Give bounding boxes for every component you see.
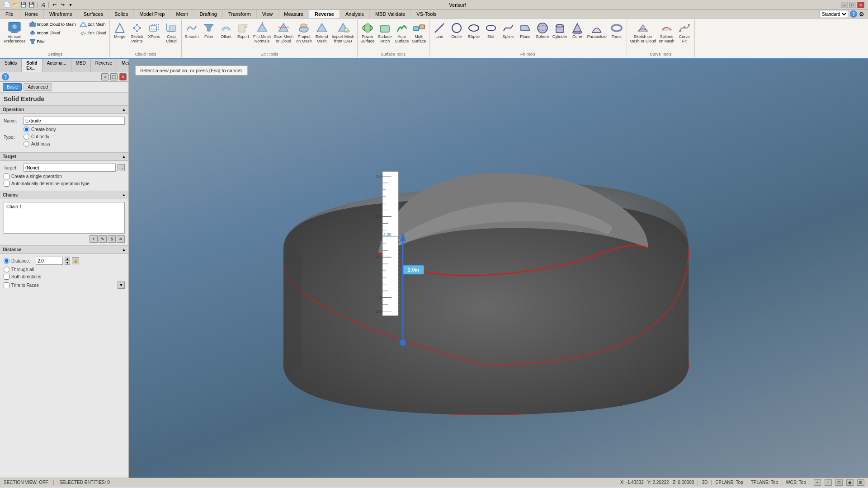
smooth-button[interactable]: Smooth (184, 20, 200, 40)
tab-mesh[interactable]: Mesh (170, 10, 194, 18)
slice-mesh-button[interactable]: Slice Meshor Cloud (273, 20, 294, 45)
chain-add-button[interactable]: + (90, 235, 98, 243)
open-icon[interactable]: 📂 (12, 1, 19, 9)
tab-analysis[interactable]: Analysis (340, 10, 370, 18)
panel-close-button[interactable]: ✕ (119, 73, 127, 80)
undo-icon[interactable]: ↩ (51, 1, 58, 9)
panel-minimize-button[interactable]: ○ (101, 73, 108, 80)
import-cloud-button[interactable]: Import Cloud (28, 29, 77, 37)
power-surface-button[interactable]: PowerSurface (359, 20, 376, 45)
plane-button[interactable]: Plane (517, 20, 533, 40)
distance-section-header[interactable]: Distance ▲ (0, 245, 128, 254)
settings-icon[interactable]: ⚙ (859, 11, 864, 18)
splines-on-mesh-button[interactable]: Splineson Mesh (658, 20, 675, 45)
circle-button[interactable]: Circle (448, 20, 465, 40)
export-button[interactable]: Export (235, 20, 251, 40)
chain-edit-button[interactable]: ✎ (99, 235, 107, 243)
verisurf-prefs-button[interactable]: VerisurfPreferences (3, 20, 27, 45)
distance-spin-down[interactable]: ▼ (65, 261, 70, 265)
extend-mesh-button[interactable]: ExtendMesh (314, 20, 330, 45)
ellipse-button[interactable]: Ellipse (466, 20, 482, 40)
filter2-button[interactable]: Filter (201, 20, 217, 40)
cone-button[interactable]: Cone (569, 20, 585, 40)
through-all-radio[interactable] (4, 267, 9, 272)
tab-mbdvalidate[interactable]: MBD Validate (370, 10, 411, 18)
chain-copy-button[interactable]: ⎘ (108, 235, 116, 243)
spline-button[interactable]: Spline (500, 20, 516, 40)
status-icon-1[interactable]: ◉ (846, 479, 854, 486)
zoom-in-button[interactable]: + (814, 479, 821, 486)
filter-button[interactable]: Filter (28, 38, 77, 46)
save-icon[interactable]: 💾 (20, 1, 27, 9)
trim-to-faces-checkbox[interactable] (4, 282, 9, 288)
zoom-fit-button[interactable]: ⊡ (835, 479, 843, 486)
maximize-button[interactable]: □ (849, 2, 856, 8)
tab-view[interactable]: View (257, 10, 279, 18)
print-icon[interactable]: 🖨 (39, 1, 47, 9)
chains-section-header[interactable]: Chains ▲ (0, 191, 128, 199)
tab-transform[interactable]: Transform (223, 10, 257, 18)
target-section-header[interactable]: Target ▲ (0, 152, 128, 161)
paraboloid-button[interactable]: Paraboloid (586, 20, 608, 40)
tab-wireframe[interactable]: Wireframe (44, 10, 78, 18)
edit-mesh-button[interactable]: Edit Mesh (78, 20, 108, 28)
tab-surfaces[interactable]: Surfaces (78, 10, 109, 18)
tab-drafting[interactable]: Drafting (194, 10, 223, 18)
chain-delete-button[interactable]: ✕ (117, 235, 125, 243)
panel-tab-solid-ex[interactable]: Solid Ex... (22, 59, 42, 72)
distance-spin-up[interactable]: ▲ (65, 257, 70, 261)
tab-vstools[interactable]: VS-Tools (411, 10, 442, 18)
status-icon-2[interactable]: ⊞ (857, 479, 864, 486)
auto-surface-button[interactable]: AutoSurface (394, 20, 410, 45)
tab-reverse[interactable]: Reverse (309, 10, 340, 18)
minimize-button[interactable]: ─ (841, 2, 848, 8)
merge-button[interactable]: Merge (112, 20, 128, 40)
crop-cloud-button[interactable]: CropCloud (163, 20, 179, 45)
project-mesh-button[interactable]: Projecton Mesh (295, 20, 313, 45)
cylinder-button[interactable]: Cylinder (552, 20, 568, 40)
create-body-radio[interactable] (24, 127, 29, 132)
help-icon[interactable]: ? (850, 10, 857, 18)
save-as-icon[interactable]: 💾 (28, 1, 35, 9)
tab-file[interactable]: File (0, 10, 19, 18)
tab-home[interactable]: Home (19, 10, 44, 18)
panel-tab-automa[interactable]: Automa... (42, 59, 71, 72)
sketch-points-button[interactable]: SketchPoints (129, 20, 145, 45)
add-boss-radio[interactable] (24, 141, 29, 147)
name-input[interactable] (24, 117, 125, 125)
xform-button[interactable]: XForm (146, 20, 162, 40)
panel-tab-basic[interactable]: Basic (3, 83, 22, 91)
tab-solids[interactable]: Solids (109, 10, 134, 18)
close-button[interactable]: ✕ (857, 2, 864, 8)
line-button[interactable]: Line (431, 20, 448, 40)
new-icon[interactable]: 📄 (4, 1, 11, 9)
panel-tab-advanced[interactable]: Advanced (24, 83, 52, 91)
create-single-checkbox[interactable] (4, 174, 9, 179)
sketch-on-mesh-button[interactable]: Sketch onMesh or Cloud (629, 20, 657, 45)
sphere-button[interactable]: Sphere (534, 20, 551, 40)
panel-tab-solids[interactable]: Solids (0, 59, 22, 72)
panel-tab-reverse[interactable]: Reverse (91, 59, 117, 72)
torus-button[interactable]: Torus (609, 20, 625, 40)
distance-radio[interactable] (4, 258, 9, 264)
target-input[interactable] (24, 164, 116, 172)
distance-input[interactable] (36, 257, 63, 265)
import-cloud-mesh-button[interactable]: Import Cloud to Mesh (28, 20, 77, 28)
target-browse-button[interactable]: … (118, 164, 125, 171)
panel-tab-mbd[interactable]: MBD (71, 59, 91, 72)
slot-button[interactable]: Slot (483, 20, 499, 40)
import-mesh-cad-button[interactable]: CAD Import Meshfrom CAD (331, 20, 355, 45)
multi-surface-button[interactable]: MultiSurface (411, 20, 427, 45)
offset-button[interactable]: Offset (218, 20, 234, 40)
operation-section-header[interactable]: Operation ▲ (0, 105, 128, 114)
view-preset-select[interactable]: Standard (820, 10, 848, 18)
cut-body-radio[interactable] (24, 134, 29, 140)
both-directions-checkbox[interactable] (4, 274, 9, 280)
customize-icon[interactable]: ▼ (67, 1, 74, 9)
flip-mesh-normals-button[interactable]: Flip MeshNormals (252, 20, 272, 45)
redo-icon[interactable]: ↪ (59, 1, 66, 9)
edit-cloud-button[interactable]: Edit Cloud (78, 29, 108, 37)
auto-determine-checkbox[interactable] (4, 181, 9, 187)
distance-lock-button[interactable]: 🔒 (72, 257, 79, 264)
zoom-out-button[interactable]: − (825, 479, 832, 486)
